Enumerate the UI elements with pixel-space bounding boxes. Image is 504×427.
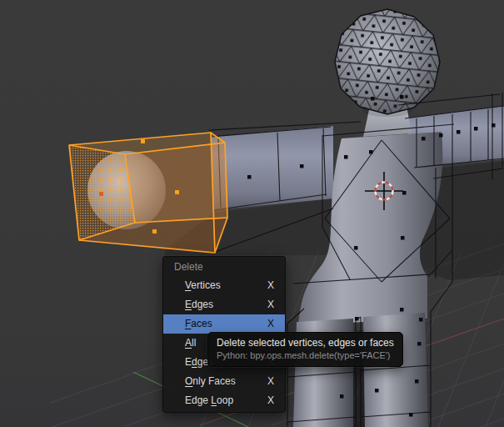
menu-item-shortcut: X <box>267 295 274 314</box>
menu-item-shortcut: X <box>267 314 274 334</box>
menu-item-vertices[interactable]: VerticesX <box>163 276 285 295</box>
tooltip-python-hint: Python: bpy.ops.mesh.delete(type='FACE') <box>217 349 394 362</box>
menu-item-faces[interactable]: FacesX <box>163 314 285 334</box>
menu-item-only-faces[interactable]: Only FacesX <box>163 372 285 391</box>
menu-item-edge-loop[interactable]: Edge LoopX <box>163 391 285 410</box>
menu-item-edges[interactable]: EdgesX <box>163 295 285 314</box>
menu-item-shortcut: X <box>267 372 274 391</box>
menu-item-label: Only Faces <box>185 372 236 391</box>
menu-item-shortcut: X <box>267 276 274 295</box>
menu-item-label: Faces <box>185 314 212 334</box>
menu-item-label: All <box>185 334 196 353</box>
menu-item-label: Vertices <box>185 276 221 295</box>
left-arm[interactable] <box>211 126 333 210</box>
menu-item-label: Edge Loop <box>185 391 233 410</box>
menu-item-label: Edges <box>185 295 213 314</box>
operator-tooltip: Delete selected vertices, edges or faces… <box>207 332 403 367</box>
selected-face-box[interactable] <box>69 133 227 253</box>
delete-menu-title: Delete <box>163 257 285 276</box>
tooltip-description: Delete selected vertices, edges or faces <box>217 336 394 349</box>
menu-item-shortcut: X <box>267 391 274 410</box>
blender-viewport-window: Delete VerticesXEdgesXFacesXAllXEdgesXOn… <box>0 0 504 427</box>
